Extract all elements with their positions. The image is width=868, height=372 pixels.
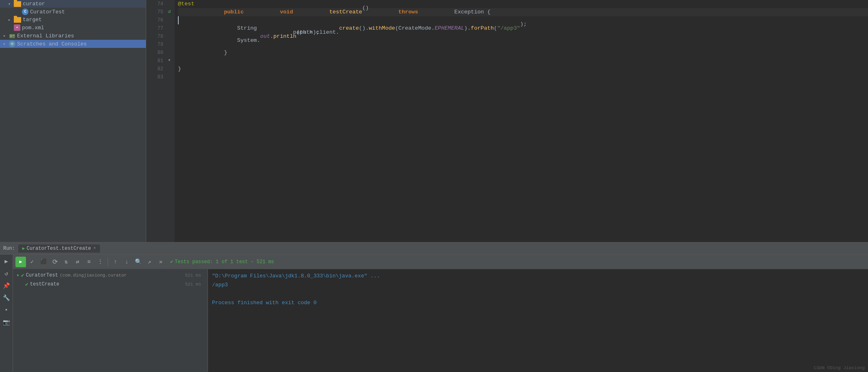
code-content[interactable]: @test public void testCreate() throws Ex… <box>175 0 868 242</box>
test-time-testcreate: 521 ms <box>185 282 204 287</box>
fn-forpath: forPath <box>471 24 494 32</box>
side-icon-history[interactable]: ↺ <box>2 268 11 278</box>
gutter: ↺ ▾ <box>167 0 175 242</box>
left-icons-strip: ▶ ↺ 📌 🔧 ▪ 📷 <box>0 255 13 372</box>
sidebar-label-curator: curator <box>23 1 45 7</box>
line-num-81: 81 <box>146 57 163 65</box>
toolbar-check-btn[interactable]: ✓ <box>27 257 37 267</box>
project-sidebar: curator C CuratorTest target m pom.xml <box>0 0 146 242</box>
console-output[interactable]: "D:\Program Files\Java\jdk1.8.0_333\bin\… <box>208 269 868 372</box>
side-icon-run[interactable]: ▶ <box>2 256 11 266</box>
test-item-curatortest[interactable]: ▾ ✔ CuratorTest (com.dingjiaxiong.curato… <box>13 271 208 280</box>
tree-arrow-curator <box>8 2 14 6</box>
test-passed-badge: ✔ Tests passed: 1 of 1 test – 521 ms <box>170 259 274 265</box>
test-item-testcreate[interactable]: ✔ testCreate 521 ms <box>13 280 208 289</box>
watermark: CSDN ©Ding Jiaxiong <box>814 366 865 370</box>
sidebar-item-ext-libs[interactable]: External Libraries <box>0 32 146 40</box>
toolbar-sort2-btn[interactable]: ⇄ <box>72 257 83 267</box>
run-tab-close[interactable]: × <box>93 246 96 251</box>
line-num-83: 83 <box>146 73 163 81</box>
console-line-1: "D:\Program Files\Java\jdk1.8.0_333\bin\… <box>212 272 864 281</box>
tree-arrow-scratches <box>3 41 9 46</box>
svg-rect-3 <box>10 36 12 37</box>
test-status-text: Tests passed: 1 of 1 test – 521 ms <box>175 259 274 265</box>
code-area: 74 75 76 77 78 79 80 81 82 83 ↺ ▾ @test <box>146 0 868 242</box>
side-icon-monitor[interactable]: ▪ <box>2 305 11 315</box>
sidebar-item-target[interactable]: target <box>0 16 146 24</box>
kw-public: public <box>224 8 244 16</box>
test-check-curatortest: ✔ <box>21 272 24 279</box>
tree-arrow-target <box>8 17 14 22</box>
str-app3: "/app3" <box>497 24 520 32</box>
toolbar-search-btn[interactable]: 🔍 <box>133 257 143 267</box>
code-line-81 <box>178 57 868 65</box>
folder-icon-curator <box>14 1 21 7</box>
run-header: Run: ▶ CuratorTest.testCreate × <box>0 242 868 255</box>
line-num-79: 79 <box>146 41 163 49</box>
toolbar-expand-btn[interactable]: ⋮ <box>95 257 106 267</box>
sidebar-item-scratches[interactable]: ◎ Scratches and Consoles <box>0 40 146 48</box>
toolbar-collapse-btn[interactable]: ≡ <box>84 257 94 267</box>
xml-icon-pom: m <box>14 24 20 31</box>
toolbar-down-btn[interactable]: ↓ <box>121 257 132 267</box>
run-tab[interactable]: ▶ CuratorTest.testCreate × <box>18 244 100 253</box>
tab-run-icon: ▶ <box>22 246 25 251</box>
line-num-82: 82 <box>146 65 163 73</box>
code-line-79 <box>178 41 868 49</box>
run-tab-name: CuratorTest.testCreate <box>26 246 91 251</box>
java-icon-curatortest: C <box>22 9 28 15</box>
side-icon-pin[interactable]: 📌 <box>2 281 11 290</box>
kw-throws: throws <box>398 8 418 16</box>
toolbar-sort1-btn[interactable]: ⇅ <box>61 257 71 267</box>
side-icon-wrench[interactable]: 🔧 <box>2 293 11 303</box>
toolbar-up-btn[interactable]: ↑ <box>110 257 121 267</box>
code-line-83 <box>178 73 868 81</box>
toolbar-stop-btn[interactable]: ⬛ <box>38 257 49 267</box>
side-icon-camera[interactable]: 📷 <box>2 317 11 327</box>
ext-lib-icon <box>9 32 15 39</box>
code-line-82: } <box>178 65 868 73</box>
test-name-testcreate: testCreate <box>30 281 59 287</box>
sidebar-item-curator[interactable]: curator <box>0 0 146 8</box>
line-numbers: 74 75 76 77 78 79 80 81 82 83 <box>146 0 167 242</box>
console-line-3 <box>212 290 864 298</box>
code-line-74: @test <box>178 0 868 8</box>
run-body: ▶ ↺ 📌 🔧 ▪ 📷 ✓ ⬛ ⟳ ⇅ ⇄ ≡ ⋮ ↑ ↓ 🔍 ↗ <box>0 255 868 372</box>
run-main-content: ✓ ⬛ ⟳ ⇅ ⇄ ≡ ⋮ ↑ ↓ 🔍 ↗ » ✔ Tests passed: … <box>13 255 868 372</box>
fn-withmode: withMode <box>369 24 395 32</box>
main-area: curator C CuratorTest target m pom.xml <box>0 0 868 242</box>
line-num-77: 77 <box>146 24 163 32</box>
sidebar-label-ext-libs: External Libraries <box>17 33 74 39</box>
test-time-curatortest: 521 ms <box>185 273 204 278</box>
sidebar-label-curatortest: CuratorTest <box>30 9 65 15</box>
svg-rect-1 <box>10 35 12 36</box>
sidebar-item-pom[interactable]: m pom.xml <box>0 24 146 32</box>
svg-rect-2 <box>13 35 14 36</box>
tree-arrow-ext-libs <box>3 33 9 38</box>
line-num-74: 74 <box>146 0 163 8</box>
run-content: ▾ ✔ CuratorTest (com.dingjiaxiong.curato… <box>13 269 868 372</box>
test-detail-curatortest: (com.dingjiaxiong.curator <box>60 273 127 278</box>
toolbar-export-btn[interactable]: ↗ <box>144 257 155 267</box>
code-line-75: public void testCreate() throws Exceptio… <box>178 8 868 16</box>
run-gutter-icon-75[interactable]: ↺ <box>168 8 171 15</box>
console-line-4: Process finished with exit code 0 <box>212 298 864 307</box>
field-ephemeral: EPHEMERAL <box>435 24 464 32</box>
run-label: Run: <box>3 246 15 251</box>
sidebar-label-scratches: Scratches and Consoles <box>17 41 87 47</box>
toolbar-more-btn[interactable]: » <box>156 257 166 267</box>
fn-println: println <box>273 32 297 41</box>
line-num-76: 76 <box>146 16 163 24</box>
folder-icon-target <box>14 17 21 23</box>
line-num-78: 78 <box>146 32 163 41</box>
run-panel: Run: ▶ CuratorTest.testCreate × ▶ ↺ 📌 🔧 … <box>0 242 868 372</box>
sidebar-item-curatortest[interactable]: C CuratorTest <box>0 8 146 16</box>
code-line-80: } <box>178 49 868 57</box>
static-out: out <box>260 32 270 41</box>
play-button[interactable] <box>15 257 26 267</box>
run-gutter-icon-80[interactable]: ▾ <box>168 57 171 63</box>
test-check-testcreate: ✔ <box>25 281 28 288</box>
code-editor: 74 75 76 77 78 79 80 81 82 83 ↺ ▾ @test <box>146 0 868 242</box>
toolbar-rerun-btn[interactable]: ⟳ <box>50 257 60 267</box>
scratches-icon: ◎ <box>9 41 15 47</box>
